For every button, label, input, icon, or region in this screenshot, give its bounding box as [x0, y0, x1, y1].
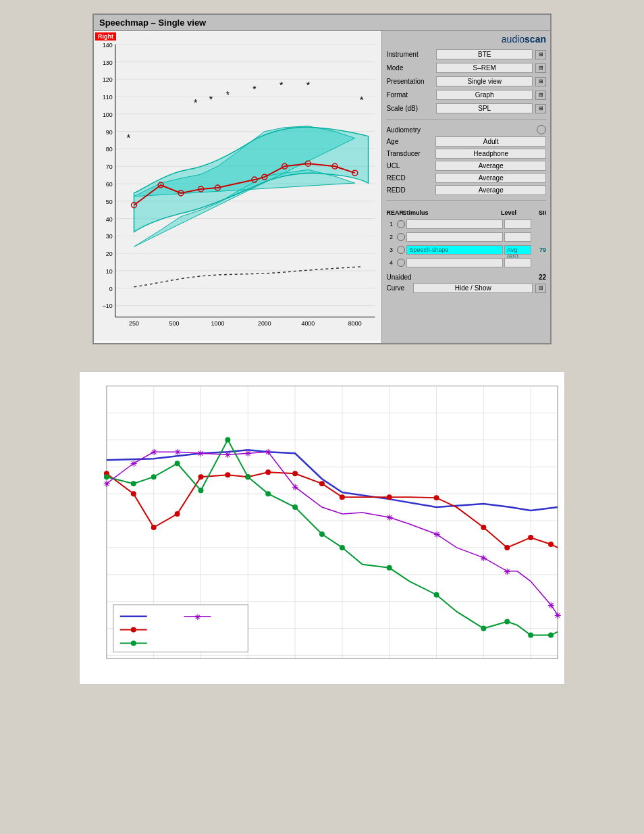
svg-text:50: 50	[106, 199, 113, 205]
rear-stim-4	[406, 258, 503, 267]
rear-radio-1[interactable]	[397, 220, 405, 228]
scale-label: Scale (dB)	[386, 105, 433, 112]
svg-text:*: *	[209, 94, 213, 105]
svg-text:2000: 2000	[258, 320, 271, 327]
audiometry-btn[interactable]	[537, 125, 546, 134]
instrument-label: Instrument	[386, 51, 433, 58]
svg-point-93	[292, 471, 298, 476]
svg-text:✳: ✳	[151, 448, 157, 457]
svg-point-94	[319, 481, 325, 486]
scale-btn[interactable]: ⊞	[535, 104, 546, 113]
rear-num-1: 1	[386, 221, 396, 228]
mode-label: Mode	[386, 64, 433, 72]
controls-area: audioscan Instrument BTE ⊞ Mode S–REM ⊞ …	[382, 31, 550, 343]
ucl-row: UCL Average	[386, 161, 546, 171]
hide-show-button[interactable]: Hide / Show	[413, 283, 533, 293]
svg-point-105	[175, 461, 180, 466]
svg-point-137	[131, 627, 136, 633]
svg-text:−10: −10	[103, 303, 113, 309]
bottom-chart: ✳ ✳ ✳ ✳ ✳ ✳ ✳ ✳ ✳ ✳ ✳ ✳ ✳ ✳ ✳	[79, 371, 565, 685]
curve-row: Curve Hide / Show ⊞	[386, 283, 546, 293]
age-value: Adult	[435, 136, 546, 147]
svg-point-115	[481, 626, 486, 631]
svg-text:✳: ✳	[265, 448, 271, 457]
svg-text:0: 0	[109, 286, 113, 292]
rear-radio-4[interactable]	[397, 259, 405, 267]
rear-row-2: 2	[386, 232, 546, 242]
svg-text:10: 10	[106, 268, 113, 275]
recd-label: RECD	[386, 174, 433, 182]
unaided-value: 22	[539, 273, 546, 281]
svg-point-109	[265, 491, 271, 496]
svg-text:100: 100	[103, 111, 113, 118]
scale-value: SPL	[436, 103, 533, 113]
svg-text:*: *	[226, 89, 230, 100]
svg-text:*: *	[306, 80, 311, 90]
svg-point-99	[504, 545, 510, 550]
svg-point-117	[528, 633, 533, 638]
redd-label: REDD	[386, 186, 433, 194]
rear-num-3: 3	[386, 246, 396, 253]
svg-point-106	[198, 488, 204, 493]
rear-stim-2	[406, 232, 503, 242]
svg-point-103	[131, 481, 136, 486]
svg-point-110	[292, 504, 298, 510]
svg-text:20: 20	[106, 251, 113, 257]
unaided-label: Unaided	[386, 273, 535, 281]
svg-point-139	[131, 641, 136, 646]
separator-2	[386, 200, 546, 201]
rear-level-4	[504, 258, 531, 267]
format-label: Format	[386, 91, 433, 99]
rear-radio-2[interactable]	[397, 233, 405, 241]
mode-btn[interactable]: ⊞	[535, 63, 546, 73]
redd-row: REDD Average	[386, 185, 546, 195]
svg-text:✳: ✳	[433, 530, 440, 540]
transducer-value: Headphone	[435, 149, 546, 159]
svg-point-104	[151, 474, 157, 479]
rear-num-4: 4	[386, 259, 396, 266]
svg-text:✳: ✳	[504, 567, 510, 577]
logo-audio: audio	[502, 34, 525, 45]
age-row: Age Adult	[386, 136, 546, 147]
svg-point-90	[225, 472, 230, 477]
svg-text:✳: ✳	[547, 601, 554, 610]
rear-row-4: 4	[386, 258, 546, 267]
rear-header: REAR Stimulus Level SII	[386, 209, 546, 217]
rear-row-3: 3 Speech-shape Avg (6S) 79	[386, 245, 546, 255]
svg-point-108	[245, 474, 250, 479]
svg-point-113	[387, 565, 392, 571]
svg-point-92	[265, 469, 271, 475]
mode-row: Mode S–REM ⊞	[386, 63, 546, 73]
svg-text:✳: ✳	[194, 613, 201, 621]
right-badge: Right	[95, 32, 116, 41]
instrument-btn[interactable]: ⊞	[535, 50, 546, 59]
svg-text:140: 140	[103, 42, 113, 49]
ucl-label: UCL	[386, 162, 433, 170]
svg-point-116	[504, 619, 510, 625]
speechmap-panel: Speechmap – Single view Right 140 130 12…	[92, 14, 552, 344]
transducer-row: Transducer Headphone	[386, 149, 546, 159]
curve-option-btn[interactable]: ⊞	[535, 284, 546, 293]
rear-radio-3[interactable]	[397, 246, 405, 254]
audioscan-logo: audioscan	[386, 34, 546, 45]
format-value: Graph	[436, 90, 533, 100]
presentation-btn[interactable]: ⊞	[535, 77, 546, 86]
format-btn[interactable]: ⊞	[535, 90, 546, 100]
svg-text:✳: ✳	[554, 611, 561, 621]
rear-sii-3: 79	[533, 246, 546, 253]
rear-level-2	[504, 232, 531, 242]
scale-row: Scale (dB) SPL ⊞	[386, 103, 546, 113]
svg-text:4000: 4000	[301, 320, 315, 327]
svg-point-97	[434, 495, 439, 500]
svg-text:✳: ✳	[244, 449, 251, 459]
svg-text:130: 130	[103, 59, 113, 66]
svg-text:✳: ✳	[174, 448, 181, 457]
svg-point-101	[548, 542, 554, 547]
svg-point-95	[340, 494, 345, 500]
svg-text:1000: 1000	[211, 320, 225, 327]
format-row: Format Graph ⊞	[386, 90, 546, 100]
bottom-chart-svg: ✳ ✳ ✳ ✳ ✳ ✳ ✳ ✳ ✳ ✳ ✳ ✳ ✳ ✳ ✳	[80, 372, 564, 683]
svg-text:✳: ✳	[480, 554, 487, 563]
svg-text:*: *	[194, 97, 198, 108]
svg-point-111	[319, 531, 325, 537]
